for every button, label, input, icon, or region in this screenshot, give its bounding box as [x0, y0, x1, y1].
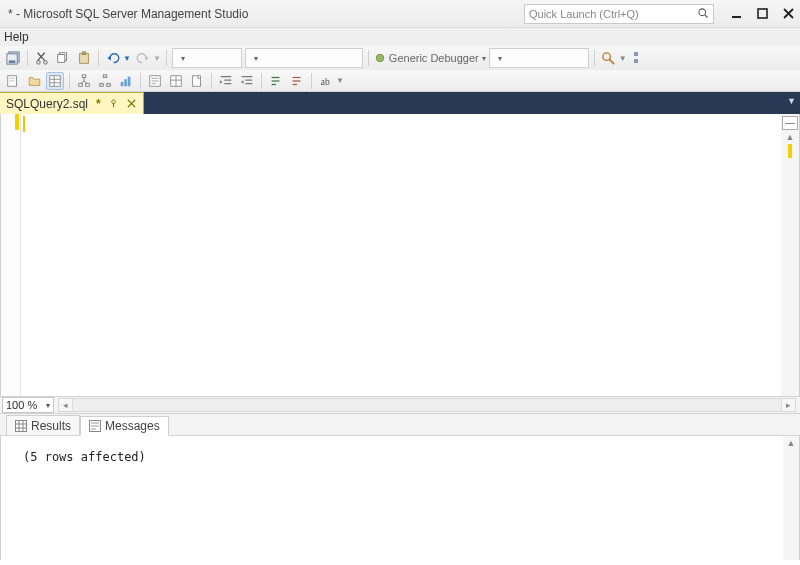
document-tab-name: SQLQuery2.sql — [6, 97, 88, 111]
results-to-file-icon[interactable] — [188, 72, 206, 90]
undo-dropdown-caret[interactable]: ▼ — [123, 54, 131, 63]
undo-icon[interactable] — [104, 49, 122, 67]
menubar: Help — [0, 28, 800, 46]
tab-results[interactable]: Results — [6, 415, 80, 435]
toolbar-main: ▼ ▼ ▾ ▾ Generic Debugger ▾ ▾ ▼ — [0, 46, 800, 70]
uncomment-icon[interactable] — [288, 72, 306, 90]
editor-gutter — [1, 114, 21, 396]
results-grid-icon[interactable] — [46, 72, 64, 90]
svg-rect-41 — [124, 79, 127, 86]
svg-marker-18 — [146, 55, 150, 60]
specify-values-caret[interactable]: ▼ — [336, 76, 344, 85]
svg-point-11 — [37, 61, 41, 65]
close-button[interactable] — [780, 6, 796, 22]
svg-point-19 — [376, 54, 384, 62]
scroll-up-icon[interactable]: ▲ — [786, 132, 795, 142]
tab-results-label: Results — [31, 419, 71, 433]
messages-icon — [89, 420, 101, 432]
redo-dropdown-caret[interactable]: ▼ — [153, 54, 161, 63]
copy-icon[interactable] — [54, 49, 72, 67]
debugger-icon — [374, 52, 386, 64]
toolbar-dropdown-1[interactable]: ▾ — [172, 48, 242, 68]
svg-rect-31 — [82, 74, 86, 77]
svg-marker-58 — [241, 80, 244, 84]
toggle-icon[interactable] — [630, 49, 648, 67]
zoom-combo[interactable]: 100 % ▾ — [2, 397, 54, 413]
svg-rect-8 — [8, 60, 15, 63]
editor-area: ▲ — [0, 114, 800, 396]
save-all-icon[interactable] — [4, 49, 22, 67]
svg-rect-42 — [128, 76, 131, 86]
comment-icon[interactable] — [267, 72, 285, 90]
toolbar-dropdown-2[interactable]: ▾ — [245, 48, 363, 68]
tab-overflow-caret[interactable]: ▼ — [787, 96, 796, 106]
svg-point-20 — [603, 52, 611, 60]
paste-icon[interactable] — [75, 49, 93, 67]
svg-rect-39 — [107, 83, 111, 86]
titlebar: * - Microsoft SQL Server Management Stud… — [0, 0, 800, 28]
messages-scroll-up-icon[interactable]: ▲ — [787, 438, 796, 448]
svg-rect-3 — [758, 9, 767, 18]
results-to-text-icon[interactable] — [146, 72, 164, 90]
scroll-left-icon[interactable]: ◂ — [59, 399, 73, 411]
indent-icon[interactable] — [217, 72, 235, 90]
toolbar-secondary: ab ▼ — [0, 70, 800, 92]
include-plan-icon[interactable] — [96, 72, 114, 90]
change-marker — [788, 144, 792, 158]
results-to-grid-icon[interactable] — [167, 72, 185, 90]
messages-text[interactable]: (5 rows affected) — [1, 436, 783, 560]
menu-help[interactable]: Help — [0, 30, 33, 44]
pin-icon[interactable] — [109, 99, 119, 109]
svg-rect-70 — [16, 420, 27, 431]
open-file-icon[interactable] — [25, 72, 43, 90]
svg-line-21 — [610, 59, 615, 64]
toolbar-dropdown-3[interactable]: ▾ — [489, 48, 589, 68]
result-tab-strip: Results Messages — [0, 414, 800, 436]
tab-messages-label: Messages — [105, 419, 160, 433]
svg-text:ab: ab — [321, 75, 330, 86]
svg-rect-23 — [634, 59, 638, 63]
client-stats-icon[interactable] — [117, 72, 135, 90]
messages-scrollbar[interactable]: ▲ — [783, 436, 799, 560]
tab-messages[interactable]: Messages — [80, 416, 169, 436]
quick-launch-placeholder[interactable]: Quick Launch (Ctrl+Q) — [529, 8, 697, 20]
svg-point-12 — [44, 61, 48, 65]
sql-editor[interactable] — [21, 114, 781, 396]
debugger-label[interactable]: Generic Debugger ▾ — [374, 52, 486, 64]
specify-values-icon[interactable]: ab — [317, 72, 335, 90]
find-icon[interactable] — [600, 49, 618, 67]
document-tab-strip: SQLQuery2.sql * ▼ — [0, 92, 800, 114]
svg-marker-54 — [220, 80, 223, 84]
search-icon[interactable] — [697, 7, 709, 21]
unsaved-marker: * — [96, 97, 101, 111]
svg-rect-33 — [86, 83, 90, 86]
cut-icon[interactable] — [33, 49, 51, 67]
outdent-icon[interactable] — [238, 72, 256, 90]
svg-rect-27 — [50, 75, 61, 86]
new-query-icon[interactable] — [4, 72, 22, 90]
app-title: * - Microsoft SQL Server Management Stud… — [8, 7, 248, 21]
editor-status-row: 100 % ▾ ◂ ▸ — [0, 396, 800, 414]
find-dropdown-caret[interactable]: ▼ — [619, 54, 627, 63]
display-plan-icon[interactable] — [75, 72, 93, 90]
svg-rect-22 — [634, 52, 638, 56]
editor-scroll-area: ▲ — [781, 114, 799, 396]
svg-rect-14 — [58, 55, 65, 63]
svg-point-66 — [112, 100, 116, 104]
close-tab-icon[interactable] — [127, 99, 137, 109]
redo-icon[interactable] — [134, 49, 152, 67]
document-tab[interactable]: SQLQuery2.sql * — [0, 92, 144, 114]
svg-rect-40 — [121, 81, 124, 85]
zoom-value: 100 % — [6, 399, 37, 411]
svg-rect-32 — [79, 83, 83, 86]
editor-split-handle[interactable] — [782, 116, 798, 130]
quick-launch-box[interactable]: Quick Launch (Ctrl+Q) — [524, 4, 714, 24]
svg-rect-16 — [82, 52, 86, 55]
minimize-button[interactable] — [728, 6, 744, 22]
maximize-button[interactable] — [754, 6, 770, 22]
svg-rect-2 — [732, 16, 741, 18]
svg-rect-38 — [100, 83, 104, 86]
scroll-right-icon[interactable]: ▸ — [781, 399, 795, 411]
horizontal-scrollbar[interactable]: ◂ ▸ — [58, 398, 796, 412]
messages-panel: (5 rows affected) ▲ — [0, 436, 800, 560]
